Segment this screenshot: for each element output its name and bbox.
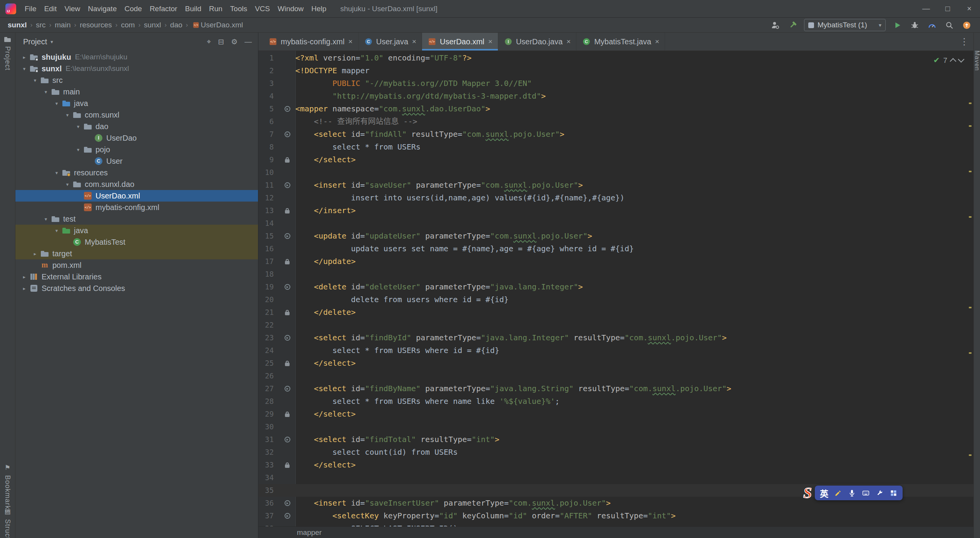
line-number[interactable]: 19 — [258, 281, 279, 293]
tab-close-icon[interactable]: × — [655, 37, 659, 46]
minimize-button[interactable]: — — [915, 0, 937, 17]
line-number[interactable]: 22 — [258, 319, 279, 331]
line-number[interactable]: 37 — [258, 509, 279, 522]
code-line[interactable]: 6 <!-- 查询所有网站信息 --> — [258, 115, 973, 128]
code-line[interactable]: 31 <select id="findTotal" resultType="in… — [258, 433, 973, 446]
chevron-down-icon[interactable]: ▾ — [52, 228, 62, 234]
line-number[interactable]: 29 — [258, 408, 279, 420]
menu-file[interactable]: File — [21, 0, 40, 17]
tree-item-mybatistest[interactable]: MybatisTest — [15, 236, 258, 248]
locate-file-icon[interactable]: ⌖ — [207, 37, 211, 46]
line-number[interactable]: 30 — [258, 420, 279, 433]
run-button[interactable] — [891, 19, 903, 31]
line-number[interactable]: 38 — [258, 522, 279, 526]
code-line[interactable]: 1<?xml version="1.0" encoding="UTF-8"?> — [258, 52, 973, 64]
editor-tab-userdao-java[interactable]: UserDao.java× — [498, 33, 576, 50]
breadcrumb-com[interactable]: com — [121, 21, 135, 29]
breadcrumb-mapper[interactable]: mapper — [297, 528, 322, 537]
menu-vcs[interactable]: VCS — [251, 0, 274, 17]
chevron-down-icon[interactable]: ▾ — [73, 124, 83, 129]
search-everywhere-icon[interactable] — [943, 19, 955, 31]
code-line[interactable]: 22 — [258, 319, 973, 331]
line-number[interactable]: 25 — [258, 357, 279, 370]
tab-close-icon[interactable]: × — [412, 37, 416, 46]
code-line[interactable]: 38 SELECT LAST_INSERT_ID() — [258, 522, 973, 526]
code-line[interactable]: 26 — [258, 370, 973, 382]
chevron-down-icon[interactable]: ▾ — [62, 182, 72, 187]
line-number[interactable]: 27 — [258, 382, 279, 395]
toolwindow-button-structure[interactable]: ▤ Structure — [0, 508, 15, 538]
line-number[interactable]: 34 — [258, 471, 279, 484]
line-number[interactable]: 21 — [258, 306, 279, 319]
more-tabs-icon[interactable]: ⋮ — [955, 36, 973, 47]
code-line[interactable]: 4 "http://mybatis.org/dtd/mybatis-3-mapp… — [258, 90, 973, 103]
inspections-widget[interactable]: ✔ 7 — [933, 54, 963, 67]
maximize-button[interactable]: □ — [937, 0, 958, 17]
code-line[interactable]: 5<mapper namespace="com.sunxl.dao.UserDa… — [258, 103, 973, 115]
line-number[interactable]: 31 — [258, 433, 279, 446]
hide-panel-icon[interactable]: — — [245, 37, 252, 46]
line-number[interactable]: 28 — [258, 395, 279, 408]
breadcrumb-resources[interactable]: resources — [80, 21, 112, 29]
line-number[interactable]: 18 — [258, 268, 279, 281]
code-line[interactable]: 19 <delete id="deleteUser" parameterType… — [258, 281, 973, 293]
code-line[interactable]: 23 <select id="findById" parameterType="… — [258, 331, 973, 344]
tree-item-java[interactable]: ▾java — [15, 225, 258, 236]
tree-item-pom-xml[interactable]: pom.xml — [15, 259, 258, 271]
line-number[interactable]: 3 — [258, 77, 279, 90]
tree-item-dao[interactable]: ▾dao — [15, 121, 258, 132]
tree-item-src[interactable]: ▾src — [15, 74, 258, 86]
tree-item-external-libraries[interactable]: ▸External Libraries — [15, 271, 258, 282]
tree-item-resources[interactable]: ▾resources — [15, 167, 258, 178]
code-line[interactable]: 9 </select> — [258, 153, 973, 166]
ide-update-icon[interactable] — [961, 19, 972, 31]
line-number[interactable]: 26 — [258, 370, 279, 382]
menu-tools[interactable]: Tools — [226, 0, 251, 17]
code-line[interactable]: 29 </select> — [258, 408, 973, 420]
menu-run[interactable]: Run — [205, 0, 226, 17]
chevron-down-icon[interactable]: ▾ — [73, 147, 83, 153]
editor-tab-user-java[interactable]: User.java× — [358, 33, 422, 50]
chevron-down-icon[interactable]: ▾ — [52, 170, 62, 176]
tree-item-target[interactable]: ▸target — [15, 248, 258, 259]
breadcrumb-sunxl[interactable]: sunxl — [144, 21, 161, 29]
project-panel-title[interactable]: Project — [23, 37, 47, 46]
code-line[interactable]: 13 </insert> — [258, 204, 973, 217]
menu-code[interactable]: Code — [121, 0, 146, 17]
line-number[interactable]: 10 — [258, 166, 279, 179]
ime-mic-icon[interactable] — [848, 489, 856, 497]
line-number[interactable]: 9 — [258, 153, 279, 166]
settings-gear-icon[interactable]: ⚙ — [231, 37, 238, 46]
chevron-right-icon[interactable]: ▸ — [19, 54, 29, 60]
code-line[interactable]: 28 select * from USERs where name like '… — [258, 395, 973, 408]
tab-close-icon[interactable]: × — [348, 37, 353, 46]
tree-item-mybatis-config-xml[interactable]: mybatis-config.xml — [15, 202, 258, 213]
line-number[interactable]: 12 — [258, 192, 279, 204]
line-number[interactable]: 35 — [258, 484, 279, 497]
next-problem-icon[interactable] — [958, 56, 965, 63]
breadcrumb-src[interactable]: src — [36, 21, 45, 29]
line-number[interactable]: 1 — [258, 52, 279, 64]
tree-item-sunxl[interactable]: ▾sunxlE:\learn\sunxl\sunxl — [15, 63, 258, 74]
run-config-select[interactable]: MybatisTest (1) ▾ — [804, 19, 886, 31]
sogou-logo-icon[interactable]: S — [803, 485, 812, 501]
tab-close-icon[interactable]: × — [488, 37, 493, 46]
line-number[interactable]: 15 — [258, 230, 279, 242]
tree-item-shujuku[interactable]: ▸shujukuE:\learn\shujuku — [15, 51, 258, 63]
line-number[interactable]: 13 — [258, 204, 279, 217]
chevron-down-icon[interactable]: ▾ — [30, 77, 40, 83]
code-line[interactable]: 32 select count(id) from USERs — [258, 446, 973, 459]
line-number[interactable]: 6 — [258, 115, 279, 128]
line-number[interactable]: 11 — [258, 179, 279, 192]
menu-help[interactable]: Help — [308, 0, 330, 17]
chevron-down-icon[interactable]: ▾ — [41, 89, 51, 95]
code-line[interactable]: 24 select * from USERs where id = #{id} — [258, 344, 973, 357]
ime-language-indicator[interactable]: 英 — [820, 487, 828, 499]
line-number[interactable]: 14 — [258, 217, 279, 230]
breadcrumb-sunxl[interactable]: sunxl — [8, 21, 27, 29]
menu-navigate[interactable]: Navigate — [84, 0, 121, 17]
previous-problem-icon[interactable] — [950, 58, 957, 65]
user-settings-icon[interactable] — [769, 19, 781, 31]
line-number[interactable]: 32 — [258, 446, 279, 459]
tree-item-scratches-and-consoles[interactable]: ▸Scratches and Consoles — [15, 282, 258, 294]
